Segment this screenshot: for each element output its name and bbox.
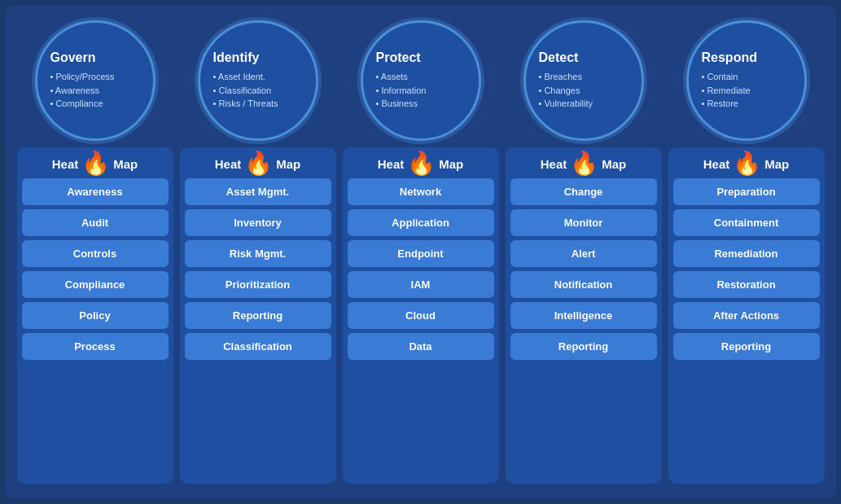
column-inner-protect: Heat🔥MapNetworkApplicationEndpointIAMClo… <box>343 147 499 484</box>
circle-item-govern: Awareness <box>50 84 100 98</box>
item-btn-protect-endpoint[interactable]: Endpoint <box>348 240 494 267</box>
column-detect: DetectBreachesChangesVulnerabilityHeat🔥M… <box>506 20 662 484</box>
item-btn-respond-restoration[interactable]: Restoration <box>673 271 820 298</box>
item-btn-identify-reporting[interactable]: Reporting <box>185 302 331 329</box>
circle-item-respond: Contain <box>702 70 738 84</box>
item-btn-identify-prioritization[interactable]: Prioritization <box>185 271 331 298</box>
item-btn-protect-cloud[interactable]: Cloud <box>348 302 494 329</box>
item-btn-detect-change[interactable]: Change <box>510 178 657 205</box>
circle-item-govern: Compliance <box>50 97 103 111</box>
circle-item-identify: Classification <box>213 84 272 98</box>
column-protect: ProtectAssetsInformationBusinessHeat🔥Map… <box>343 20 499 484</box>
heat-map-left-label: Heat <box>703 157 730 171</box>
item-btn-detect-reporting[interactable]: Reporting <box>510 333 657 360</box>
circle-item-respond: Remediate <box>702 84 751 98</box>
circle-item-respond: Restore <box>702 97 738 111</box>
heat-map-row-govern: Heat🔥Map <box>22 147 169 178</box>
item-btn-respond-reporting[interactable]: Reporting <box>673 333 820 360</box>
item-btn-respond-preparation[interactable]: Preparation <box>673 178 820 205</box>
circle-respond: RespondContainRemediateRestore <box>686 20 807 141</box>
circle-item-protect: Information <box>376 84 427 98</box>
circle-item-detect: Changes <box>539 84 580 98</box>
item-btn-govern-compliance[interactable]: Compliance <box>22 271 169 298</box>
circle-title-protect: Protect <box>376 50 421 65</box>
item-btn-protect-iam[interactable]: IAM <box>348 271 494 298</box>
item-btn-protect-data[interactable]: Data <box>348 333 494 360</box>
column-inner-respond: Heat🔥MapPreparationContainmentRemediatio… <box>668 147 825 484</box>
column-govern: GovernPolicy/ProcessAwarenessComplianceH… <box>17 20 173 484</box>
item-btn-detect-alert[interactable]: Alert <box>510 240 657 267</box>
item-btn-govern-controls[interactable]: Controls <box>22 240 169 267</box>
heat-map-right-label: Map <box>764 157 789 171</box>
item-btn-detect-monitor[interactable]: Monitor <box>510 209 657 236</box>
item-btn-govern-process[interactable]: Process <box>22 333 169 360</box>
item-btn-respond-containment[interactable]: Containment <box>673 209 820 236</box>
item-btn-govern-awareness[interactable]: Awareness <box>22 178 169 205</box>
item-btn-protect-application[interactable]: Application <box>348 209 494 236</box>
circle-item-protect: Assets <box>376 70 408 84</box>
heat-map-right-label: Map <box>113 157 138 171</box>
column-identify: IdentifyAsset Ident.ClassificationRisks … <box>180 20 336 484</box>
circle-title-detect: Detect <box>539 50 579 65</box>
flame-icon: 🔥 <box>570 152 598 175</box>
column-respond: RespondContainRemediateRestoreHeat🔥MapPr… <box>668 20 825 484</box>
circle-item-govern: Policy/Process <box>50 70 115 84</box>
item-btn-govern-audit[interactable]: Audit <box>22 209 169 236</box>
circle-title-identify: Identify <box>213 50 260 65</box>
item-btn-identify-asset-mgmt.[interactable]: Asset Mgmt. <box>185 178 331 205</box>
circle-item-detect: Breaches <box>539 70 582 84</box>
flame-icon: 🔥 <box>81 152 110 175</box>
circle-item-identify: Risks / Threats <box>213 97 278 111</box>
item-btn-respond-remediation[interactable]: Remediation <box>673 240 820 267</box>
column-inner-govern: Heat🔥MapAwarenessAuditControlsCompliance… <box>17 147 173 484</box>
heat-map-row-protect: Heat🔥Map <box>348 147 494 178</box>
heat-map-row-respond: Heat🔥Map <box>673 147 820 178</box>
item-btn-identify-inventory[interactable]: Inventory <box>185 209 331 236</box>
circle-item-identify: Asset Ident. <box>213 70 265 84</box>
item-btn-govern-policy[interactable]: Policy <box>22 302 169 329</box>
circle-protect: ProtectAssetsInformationBusiness <box>361 20 481 141</box>
main-container: GovernPolicy/ProcessAwarenessComplianceH… <box>6 6 836 498</box>
heat-map-right-label: Map <box>276 157 300 171</box>
circle-detect: DetectBreachesChangesVulnerability <box>523 20 644 141</box>
circle-title-respond: Respond <box>702 50 757 65</box>
column-inner-detect: Heat🔥MapChangeMonitorAlertNotificationIn… <box>506 147 662 484</box>
circle-govern: GovernPolicy/ProcessAwarenessCompliance <box>35 20 155 141</box>
heat-map-left-label: Heat <box>52 157 79 171</box>
item-btn-respond-after-actions[interactable]: After Actions <box>673 302 820 329</box>
flame-icon: 🔥 <box>733 152 761 175</box>
heat-map-right-label: Map <box>439 157 463 171</box>
heat-map-left-label: Heat <box>541 157 567 171</box>
flame-icon: 🔥 <box>244 152 273 175</box>
item-btn-detect-intelligence[interactable]: Intelligence <box>510 302 657 329</box>
heat-map-right-label: Map <box>602 157 626 171</box>
item-btn-identify-classification[interactable]: Classification <box>185 333 331 360</box>
circle-item-detect: Vulnerability <box>539 97 593 111</box>
circle-identify: IdentifyAsset Ident.ClassificationRisks … <box>198 20 318 141</box>
heat-map-row-detect: Heat🔥Map <box>510 147 657 178</box>
item-btn-protect-network[interactable]: Network <box>348 178 494 205</box>
item-btn-detect-notification[interactable]: Notification <box>510 271 657 298</box>
heat-map-row-identify: Heat🔥Map <box>185 147 331 178</box>
flame-icon: 🔥 <box>407 152 436 175</box>
item-btn-identify-risk-mgmt.[interactable]: Risk Mgmt. <box>185 240 331 267</box>
heat-map-left-label: Heat <box>215 157 242 171</box>
heat-map-left-label: Heat <box>378 157 405 171</box>
column-inner-identify: Heat🔥MapAsset Mgmt.InventoryRisk Mgmt.Pr… <box>180 147 336 484</box>
circle-item-protect: Business <box>376 97 418 111</box>
circle-title-govern: Govern <box>50 50 96 65</box>
